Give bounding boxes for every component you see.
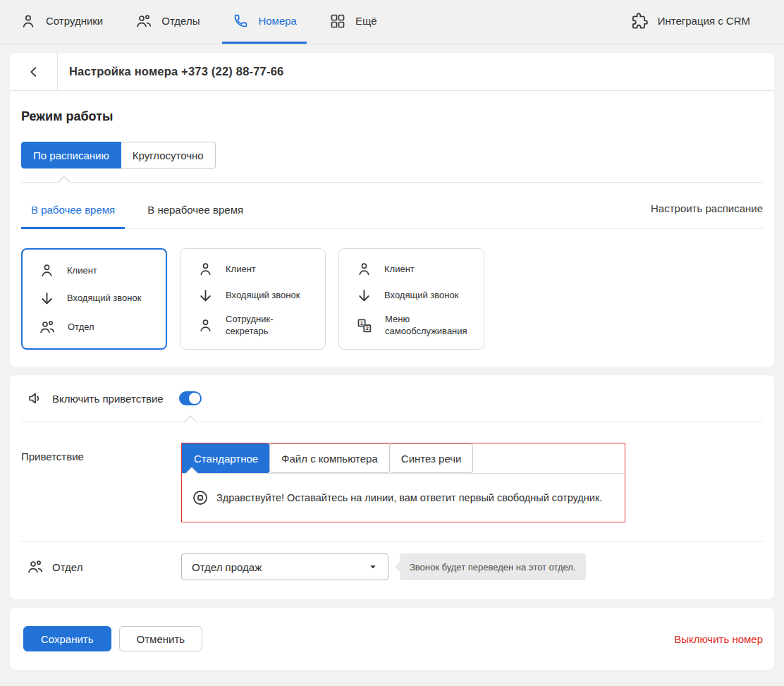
arrow-down-icon [197, 288, 214, 304]
route-step-label: Клиент [384, 264, 415, 275]
tab-label: В рабочее время [31, 204, 115, 216]
route-step-label: Входящий звонок [226, 290, 300, 301]
route-step-label: Клиент [226, 264, 256, 275]
route-step: Клиент [197, 261, 315, 277]
tab-speech-synthesis[interactable]: Синтез речи [389, 443, 474, 473]
card-header: Настройка номера +373 (22) 88-77-66 [10, 53, 774, 91]
route-step-label: Входящий звонок [384, 290, 458, 301]
people-icon [27, 558, 44, 575]
route-step: 12 Меню самообслуживания [356, 314, 474, 337]
nav-item-numbers[interactable]: Номера [222, 0, 307, 44]
tab-file-from-computer[interactable]: Файл с компьютера [269, 443, 390, 473]
people-icon [39, 319, 56, 336]
department-hint: Звонок будет переведен на этот отдел. [400, 553, 586, 580]
person-icon [39, 262, 55, 278]
mode-divider [21, 182, 763, 183]
work-mode-section: Режим работы По расписанию Круглосуточно… [10, 91, 774, 367]
number-settings-card: Настройка номера +373 (22) 88-77-66 Режи… [10, 53, 774, 367]
actions-card: Сохранить Отменить Выключить номер [10, 608, 774, 670]
department-select[interactable]: Отдел продаж [181, 553, 388, 580]
nav-item-crm-integration[interactable]: Интеграция с CRM [620, 0, 760, 44]
greeting-section-label: Приветствие [21, 443, 181, 522]
svg-text:2: 2 [366, 325, 369, 331]
route-step: Входящий звонок [39, 290, 156, 307]
hint-text: Звонок будет переведен на этот отдел. [410, 562, 576, 572]
page-title: Настройка номера +373 (22) 88-77-66 [58, 53, 283, 90]
toggle-knob [189, 393, 200, 404]
nav-item-more[interactable]: Ещё [319, 0, 387, 44]
department-label-group: Отдел [21, 558, 181, 575]
schedule-mode-button[interactable]: По расписанию [21, 142, 121, 169]
route-card-ivr-menu[interactable]: Клиент Входящий звонок 12 Меню самообслу… [338, 248, 484, 350]
phone-icon [232, 13, 249, 30]
configure-schedule-link[interactable]: Настроить расписание [651, 183, 763, 228]
route-step: Входящий звонок [356, 288, 474, 304]
route-step: Отдел [39, 319, 156, 336]
nav-item-label: Номера [258, 15, 297, 27]
back-button[interactable] [10, 53, 58, 90]
main-content: Настройка номера +373 (22) 88-77-66 Режи… [0, 53, 784, 670]
menu-numbers-icon: 12 [356, 317, 373, 334]
tab-non-working-hours[interactable]: В нерабочее время [137, 184, 253, 229]
caret-down-icon [368, 562, 378, 572]
nav-item-label: Отделы [161, 15, 200, 27]
route-step-label: Меню самообслуживания [385, 314, 474, 337]
puzzle-icon [630, 12, 649, 30]
person-icon [20, 13, 37, 30]
department-select-value: Отдел продаж [192, 561, 262, 573]
people-icon [135, 13, 152, 30]
around-the-clock-button[interactable]: Круглосуточно [121, 142, 216, 169]
person-icon [356, 261, 372, 277]
greeting-box: Стандартное Файл с компьютера Синтез реч… [181, 443, 625, 522]
schedule-tabs: В рабочее время В нерабочее время Настро… [21, 183, 763, 229]
chevron-left-icon [26, 64, 42, 80]
top-nav: Сотрудники Отделы Номера Ещё Интеграция … [0, 0, 784, 44]
person-icon [197, 317, 214, 333]
nav-item-label: Интеграция с CRM [658, 15, 750, 27]
route-step-label: Сотрудник-секретарь [226, 314, 315, 337]
route-card-department[interactable]: Клиент Входящий звонок Отдел [21, 248, 167, 350]
nav-item-label: Сотрудники [46, 15, 103, 27]
tab-label: В нерабочее время [147, 204, 243, 216]
greeting-toggle-row: Включить приветствие [10, 375, 774, 422]
arrow-down-icon [39, 290, 55, 307]
work-mode-title: Режим работы [21, 109, 763, 124]
route-step-label: Входящий звонок [67, 293, 141, 304]
route-step: Сотрудник-секретарь [197, 314, 315, 337]
greeting-preview-panel: Здравствуйте! Оставайтесь на линии, вам … [182, 473, 625, 522]
department-label: Отдел [52, 561, 82, 573]
route-card-secretary[interactable]: Клиент Входящий звонок Сотрудник-секрета… [180, 248, 326, 350]
person-icon [197, 261, 214, 277]
nav-item-employees[interactable]: Сотрудники [10, 0, 113, 44]
disable-number-link[interactable]: Выключить номер [674, 633, 763, 645]
route-step-label: Клиент [67, 265, 97, 276]
record-icon [192, 489, 209, 506]
greeting-card: Включить приветствие Приветствие Стандар… [10, 375, 774, 599]
greeting-message: Здравствуйте! Оставайтесь на линии, вам … [216, 492, 602, 503]
routing-options: Клиент Входящий звонок Отдел Клиент [21, 248, 763, 350]
greeting-toggle[interactable] [179, 391, 202, 405]
save-button[interactable]: Сохранить [23, 626, 111, 651]
greeting-toggle-label: Включить приветствие [52, 393, 164, 405]
greeting-divider [21, 422, 763, 422]
route-step: Клиент [356, 261, 474, 277]
greeting-toggle-label-group: Включить приветствие [21, 390, 179, 407]
greeting-section: Приветствие Стандартное Файл с компьютер… [10, 422, 774, 541]
speaker-icon [27, 390, 44, 407]
arrow-down-icon [356, 288, 372, 304]
department-divider [21, 541, 763, 541]
department-row: Отдел Отдел продаж Звонок будет переведе… [10, 541, 774, 599]
svg-text:1: 1 [360, 319, 364, 326]
greeting-source-tabs: Стандартное Файл с компьютера Синтез реч… [182, 443, 625, 473]
route-step-label: Отдел [68, 321, 94, 333]
work-mode-switch: По расписанию Круглосуточно [21, 142, 763, 169]
route-step: Входящий звонок [197, 288, 315, 304]
nav-item-departments[interactable]: Отделы [125, 0, 209, 44]
hint-arrow [395, 562, 405, 572]
cancel-button[interactable]: Отменить [119, 626, 203, 651]
tab-standard-greeting[interactable]: Стандартное [182, 443, 270, 473]
grid-icon [329, 13, 346, 30]
tab-working-hours[interactable]: В рабочее время [21, 184, 125, 229]
route-step: Клиент [39, 262, 156, 278]
nav-item-label: Ещё [355, 15, 377, 27]
